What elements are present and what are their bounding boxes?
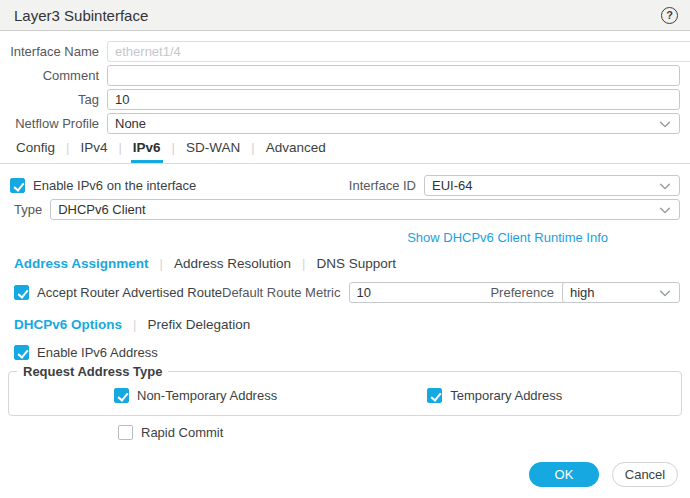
netflow-profile-select[interactable]: None [107,113,680,134]
enable-ipv6-address-row: Enable IPv6 Address [14,345,680,360]
enable-ipv6-address-checkbox[interactable] [14,345,29,360]
request-address-type-fieldset: Request Address Type Non-Temporary Addre… [8,364,682,416]
preference-select[interactable]: high [562,282,680,303]
section-tab-address-resolution[interactable]: Address Resolution [174,256,291,271]
accept-router-advertised-route-label[interactable]: Accept Router Advertised Route [37,285,222,300]
tab-sdwan[interactable]: SD-WAN [184,140,242,163]
section-tab-dns-support[interactable]: DNS Support [316,256,396,271]
cancel-button[interactable]: Cancel [612,462,678,487]
tab-divider: | [109,140,130,163]
section-tab-divider: | [133,317,136,332]
temporary-address-label[interactable]: Temporary Address [450,388,562,403]
route-metric-row: Accept Router Advertised Route Default R… [10,282,680,303]
enable-ipv6-address-label[interactable]: Enable IPv6 Address [37,345,158,360]
chevron-down-icon [658,179,672,193]
default-route-metric-label: Default Route Metric [222,285,341,300]
preference-label: Preference [490,285,554,300]
tab-divider: | [57,140,78,163]
section-tab-address-assignment[interactable]: Address Assignment [14,256,149,271]
chevron-down-icon [658,203,672,217]
tab-ipv6[interactable]: IPv6 [131,140,163,163]
ok-button[interactable]: OK [529,462,599,487]
preference-value: high [570,285,595,300]
interface-id-value: EUI-64 [432,178,472,193]
netflow-profile-row: Netflow Profile None [10,113,680,134]
tag-field[interactable] [107,89,680,110]
type-select[interactable]: DHCPv6 Client [50,199,680,220]
tab-ipv4[interactable]: IPv4 [78,140,109,163]
section-tab-prefix-delegation[interactable]: Prefix Delegation [147,317,250,332]
rapid-commit-row: Rapid Commit [118,425,680,440]
type-row: Type DHCPv6 Client [10,199,680,220]
interface-name-field [107,41,690,62]
address-section-tabs: Address Assignment | Address Resolution … [10,255,680,272]
enable-ipv6-checkbox-label[interactable]: Enable IPv6 on the interface [33,178,196,193]
dhcpv6-section-tabs: DHCPv6 Options | Prefix Delegation [10,316,680,333]
chevron-down-icon [658,286,672,300]
interface-id-select[interactable]: EUI-64 [424,175,680,196]
netflow-profile-value: None [115,116,146,131]
section-tab-dhcpv6-options[interactable]: DHCPv6 Options [14,317,122,332]
tab-advanced[interactable]: Advanced [264,140,328,163]
request-address-type-legend: Request Address Type [17,364,168,379]
interface-name-label: Interface Name [10,44,107,59]
netflow-profile-label: Netflow Profile [10,116,107,131]
dialog-title: Layer3 Subinterface [14,7,661,24]
general-form: Interface Name . Comment Tag Netflow Pro… [0,31,690,134]
show-dhcpv6-runtime-link[interactable]: Show DHCPv6 Client Runtime Info [407,230,608,246]
comment-row: Comment [10,65,680,86]
type-label: Type [14,202,42,217]
temporary-address-checkbox[interactable] [427,388,442,403]
interface-name-row: Interface Name . [10,41,680,62]
ipv6-panel: Enable IPv6 on the interface Interface I… [0,164,690,440]
comment-label: Comment [10,68,107,83]
enable-ipv6-row: Enable IPv6 on the interface Interface I… [10,175,680,196]
tag-row: Tag [10,89,680,110]
section-tab-divider: | [160,256,163,271]
help-icon[interactable]: ? [661,7,678,24]
tag-label: Tag [10,92,107,107]
main-tab-bar: Config | IPv4 | IPv6 | SD-WAN | Advanced [0,137,690,164]
non-temporary-address-label[interactable]: Non-Temporary Address [137,388,277,403]
chevron-down-icon [658,117,672,131]
section-tab-divider: | [302,256,305,271]
dialog-footer: OK Cancel [529,462,678,487]
layer3-subinterface-dialog: Layer3 Subinterface ? Interface Name . C… [0,0,690,498]
interface-id-label: Interface ID [349,178,416,193]
runtime-link-row: Show DHCPv6 Client Runtime Info [10,230,680,246]
non-temporary-address-checkbox[interactable] [114,388,129,403]
enable-ipv6-checkbox[interactable] [10,178,25,193]
accept-router-advertised-route-checkbox[interactable] [14,285,29,300]
dialog-header: Layer3 Subinterface ? [0,0,690,31]
tab-divider: | [242,140,263,163]
rapid-commit-label[interactable]: Rapid Commit [141,425,223,440]
tab-divider: | [163,140,184,163]
comment-field[interactable] [107,65,680,86]
tab-config[interactable]: Config [14,140,57,163]
rapid-commit-checkbox[interactable] [118,425,133,440]
type-value: DHCPv6 Client [58,202,145,217]
